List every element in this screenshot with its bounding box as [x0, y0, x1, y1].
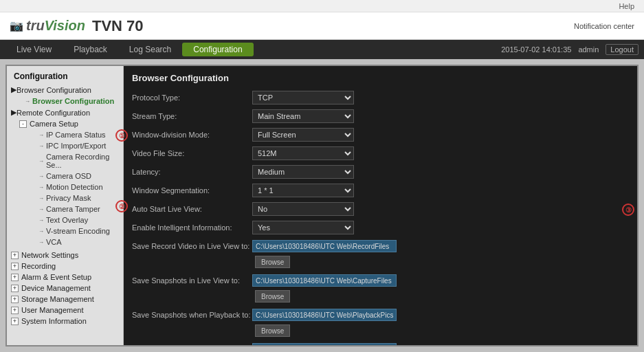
body-area: ① ② ③ Configuration ▶ Browser Configurat… [0, 59, 644, 352]
auto-start-live-row: Auto Start Live View: Yes No [132, 201, 629, 217]
form-grid: Protocol Type: TCP UDP MULTICAST Stream … [132, 90, 629, 345]
expand-icon-2: + [11, 252, 19, 259]
tab-live-view[interactable]: Live View [5, 43, 63, 56]
nav-admin: admin [578, 45, 599, 54]
save-record-video-browse[interactable]: Browse [255, 256, 290, 268]
expand-icon: - [19, 120, 27, 128]
tab-playback[interactable]: Playback [63, 43, 118, 56]
save-clips-playback-input[interactable] [252, 343, 397, 345]
page-wrapper: Help 📷 truVision TVN 70 Notification cen… [0, 0, 644, 352]
tab-configuration[interactable]: Configuration [182, 43, 253, 56]
save-clips-playback-row: Save Clips when Playback to: Browse [132, 342, 629, 345]
sidebar-item-camera-recording-se[interactable]: → Camera Recording Se... [16, 151, 122, 170]
sidebar-item-browser-config-label: Browser Configuration [16, 86, 91, 94]
expand-icon-6: + [11, 296, 19, 303]
expand-icon-5: + [11, 285, 19, 292]
left-sidebar: Configuration ▶ Browser Configuration → … [7, 66, 124, 345]
sidebar-item-ip-camera-status[interactable]: → IP Camera Status [16, 129, 122, 140]
protocol-type-select[interactable]: TCP UDP MULTICAST [252, 91, 354, 104]
latency-label: Latency: [132, 168, 252, 176]
save-snapshots-playback-browse[interactable]: Browse [255, 324, 290, 337]
save-snapshots-live-label: Save Snapshots in Live View to: [132, 276, 252, 285]
window-segmentation-select[interactable]: 1 * 1 2 * 2 3 * 3 4 * 4 [252, 184, 354, 197]
save-snapshots-live-browse[interactable]: Browse [255, 290, 290, 302]
video-file-size-row: Video File Size: 256M 512M 1G [132, 146, 629, 161]
tab-log-search[interactable]: Log Search [118, 43, 182, 56]
sidebar-item-storage-mgmt[interactable]: + Storage Management [8, 294, 122, 305]
sidebar-item-motion-detection[interactable]: → Motion Detection [16, 182, 122, 192]
sidebar-item-camera-setup[interactable]: - Camera Setup [16, 118, 122, 129]
enable-intelligent-row: Enable Intelligent Information: Yes No [132, 220, 629, 235]
help-label: Help [619, 2, 634, 10]
logo-vision: Vision [45, 18, 85, 34]
camera-icon: 📷 [10, 19, 23, 32]
sidebar-item-text-overlay[interactable]: → Text Overlay [16, 214, 122, 226]
sidebar-item-camera-osd[interactable]: → Camera OSD [16, 170, 122, 182]
logo: 📷 truVision TVN 70 [10, 17, 144, 35]
main-content-border: Configuration ▶ Browser Configuration → … [5, 65, 639, 346]
save-record-video-label: Save Record Video in Live View to: [132, 242, 252, 250]
video-file-size-select[interactable]: 256M 512M 1G [252, 146, 354, 160]
sidebar-item-vca[interactable]: → VCA [16, 236, 122, 248]
sidebar-item-remote-config[interactable]: ▶ Remote Configuration [8, 107, 122, 118]
save-snapshots-live-row: Save Snapshots in Live View to: Browse [132, 273, 629, 304]
panel-title: Browser Configuration [132, 73, 629, 83]
badge-2: ② [115, 200, 128, 212]
sidebar-item-recording[interactable]: + Recording [8, 261, 122, 272]
save-snapshots-playback-input[interactable] [252, 309, 397, 321]
sidebar-item-remote-config-label: Remote Configuration [16, 109, 90, 117]
auto-start-live-select[interactable]: Yes No [252, 202, 354, 216]
enable-intelligent-select[interactable]: Yes No [252, 221, 354, 234]
sidebar-item-camera-setup-label: Camera Setup [30, 120, 78, 128]
expand-icon-8: + [11, 318, 19, 325]
expand-icon-7: + [11, 307, 19, 314]
arrow-icon: ▶ [11, 85, 16, 94]
main-panel: Browser Configuration Protocol Type: TCP… [124, 66, 637, 345]
logo-tru: tru [26, 18, 45, 34]
sidebar-item-vstream-encoding[interactable]: → V-stream Encoding [16, 226, 122, 236]
sidebar-item-camera-tamper[interactable]: → Camera Tamper [16, 204, 122, 214]
window-division-row: Window-division Mode: Full Screen 4 Wind… [132, 127, 629, 142]
sidebar-item-ipc-import-export[interactable]: → IPC Import/Export [16, 140, 122, 151]
enable-intelligent-label: Enable Intelligent Information: [132, 223, 252, 232]
sidebar-item-browser-config[interactable]: → Browser Configuration [8, 96, 122, 107]
window-segmentation-row: Window Segmentation: 1 * 1 2 * 2 3 * 3 4… [132, 183, 629, 198]
badge-3: ③ [622, 204, 634, 216]
save-record-video-input[interactable] [252, 240, 397, 252]
protocol-type-label: Protocol Type: [132, 94, 252, 102]
latency-select[interactable]: Low Medium High [252, 165, 354, 179]
latency-row: Latency: Low Medium High [132, 164, 629, 179]
sidebar-title: Configuration [8, 70, 122, 84]
auto-start-live-label: Auto Start Live View: [132, 205, 252, 213]
nav-bar: Live View Playback Log Search Configurat… [0, 40, 644, 59]
notification-center: Notification center [574, 22, 634, 30]
sidebar-item-alarm-event[interactable]: + Alarm & Event Setup [8, 272, 122, 283]
stream-type-label: Stream Type: [132, 112, 252, 120]
header: 📷 truVision TVN 70 Notification center [0, 12, 644, 40]
save-snapshots-playback-row: Save Snapshots when Playback to: Browse [132, 307, 629, 338]
sidebar-item-browser-config-parent[interactable]: ▶ Browser Configuration [8, 84, 122, 96]
sidebar-item-network-settings[interactable]: + Network Settings [8, 250, 122, 261]
sidebar-item-user-mgmt[interactable]: + User Management [8, 305, 122, 316]
logout-button[interactable]: Logout [606, 44, 639, 55]
stream-type-row: Stream Type: Main Stream Sub Stream [132, 109, 629, 124]
expand-icon-4: + [11, 274, 19, 281]
sidebar-item-browser-config-sub-label: Browser Configuration [32, 97, 114, 105]
top-help-bar: Help [0, 0, 644, 12]
nav-right: 2015-07-02 14:01:35 admin Logout [501, 44, 639, 55]
stream-type-select[interactable]: Main Stream Sub Stream [252, 109, 354, 123]
arrow-right-icon: ▶ [11, 108, 16, 117]
video-file-size-label: Video File Size: [132, 149, 252, 157]
window-division-label: Window-division Mode: [132, 131, 252, 139]
window-segmentation-label: Window Segmentation: [132, 186, 252, 195]
save-snapshots-playback-label: Save Snapshots when Playback to: [132, 311, 252, 319]
sidebar-item-privacy-mask[interactable]: → Privacy Mask [16, 192, 122, 204]
nav-datetime: 2015-07-02 14:01:35 [501, 45, 571, 54]
sidebar-item-system-info[interactable]: + System Information [8, 316, 122, 327]
save-snapshots-live-input[interactable] [252, 274, 397, 287]
expand-icon-3: + [11, 263, 19, 270]
window-division-select[interactable]: Full Screen 4 Windows 9 Windows 16 Windo… [252, 128, 354, 142]
save-record-video-row: Save Record Video in Live View to: Brows… [132, 239, 629, 270]
sidebar-item-device-mgmt[interactable]: + Device Management [8, 283, 122, 294]
protocol-type-row: Protocol Type: TCP UDP MULTICAST [132, 90, 629, 105]
